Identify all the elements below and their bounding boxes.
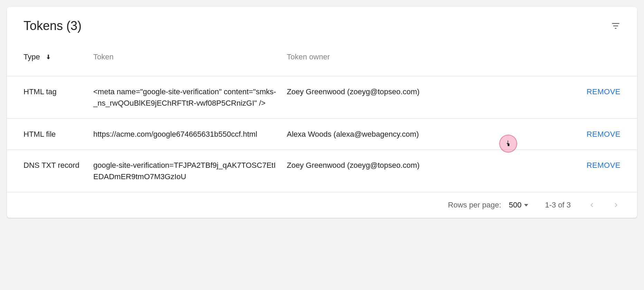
cell-token: https://acme.com/google674665631b550ccf.… <box>90 119 283 150</box>
column-header-owner[interactable]: Token owner <box>283 45 456 76</box>
sort-descending-icon <box>45 54 52 60</box>
cell-owner: Zoey Greenwood (zoeyg@topseo.com) <box>283 150 456 192</box>
column-header-action <box>456 45 637 76</box>
rows-per-page-select[interactable]: 500 <box>509 201 529 210</box>
rows-per-page: Rows per page: 500 <box>448 201 529 210</box>
col-token-label: Token <box>93 52 114 61</box>
cell-type: HTML file <box>7 119 90 150</box>
next-page-button[interactable] <box>612 201 621 209</box>
column-header-token[interactable]: Token <box>90 45 283 76</box>
cell-type: HTML tag <box>7 76 90 119</box>
col-owner-label: Token owner <box>287 52 330 61</box>
col-type-label: Type <box>23 52 40 61</box>
rows-per-page-value: 500 <box>509 201 522 210</box>
cell-owner: Zoey Greenwood (zoeyg@topseo.com) <box>283 76 456 119</box>
cell-token: google-site-verification=TFJPA2TBf9j_qAK… <box>90 150 283 192</box>
cell-type: DNS TXT record <box>7 150 90 192</box>
previous-page-button[interactable] <box>587 201 596 209</box>
remove-button[interactable]: REMOVE <box>587 130 621 139</box>
table-row: HTML file https://acme.com/google6746656… <box>7 119 637 150</box>
column-header-type[interactable]: Type <box>7 45 90 76</box>
dropdown-arrow-icon <box>524 204 528 206</box>
page-title: Tokens (3) <box>23 19 82 33</box>
table-row: HTML tag <meta name="google-site-verific… <box>7 76 637 119</box>
filter-icon[interactable] <box>611 21 621 31</box>
rows-per-page-label: Rows per page: <box>448 201 501 210</box>
pagination: Rows per page: 500 1-3 of 3 <box>7 192 637 218</box>
pagination-range: 1-3 of 3 <box>545 201 571 210</box>
table-row: DNS TXT record google-site-verification=… <box>7 150 637 192</box>
card-header: Tokens (3) <box>7 7 637 45</box>
tokens-card: Tokens (3) Type Token Token owner <box>7 7 637 218</box>
cell-owner: Alexa Woods (alexa@webagency.com) <box>283 119 456 150</box>
remove-button[interactable]: REMOVE <box>587 161 621 170</box>
cell-token: <meta name="google-site-verification" co… <box>90 76 283 119</box>
remove-button[interactable]: REMOVE <box>587 87 621 96</box>
tokens-table: Type Token Token owner HTML tag <meta na… <box>7 45 637 192</box>
